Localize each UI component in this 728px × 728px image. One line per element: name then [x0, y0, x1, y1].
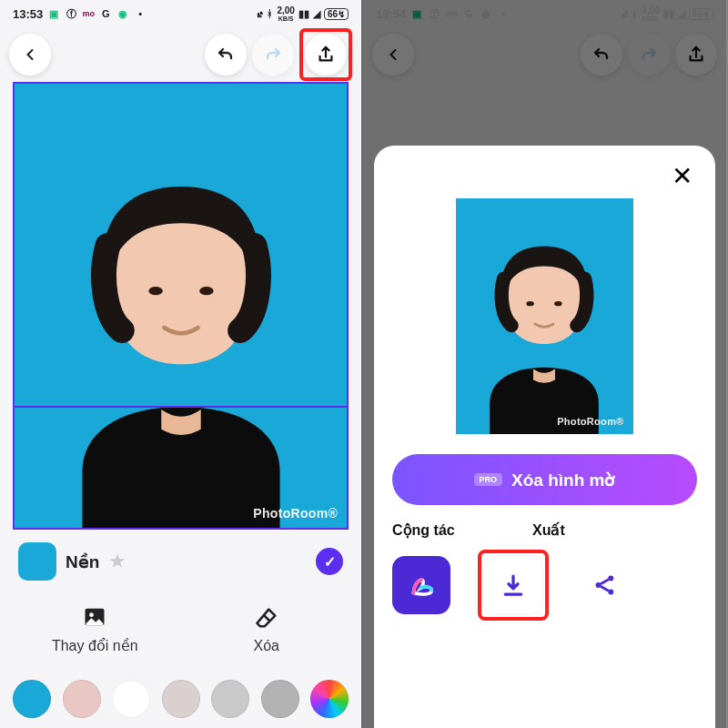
palette-color-1[interactable] — [13, 680, 51, 718]
palette-color-6[interactable] — [261, 680, 299, 718]
photoroom-logo-icon — [406, 570, 437, 601]
editor-toolbar — [0, 27, 361, 82]
image-icon — [82, 604, 107, 630]
export-modal: ✕ PhotoRoom® PRO Xóa hình mờ — [374, 146, 715, 728]
bg-color-swatch[interactable] — [18, 542, 56, 581]
section-collab: Cộng tác — [392, 521, 514, 539]
msg-icon: ◉ — [116, 7, 129, 20]
share-up-icon — [316, 45, 336, 65]
change-bg-label: Thay đổi nền — [52, 637, 138, 654]
remove-watermark-button[interactable]: PRO Xóa hình mờ — [392, 454, 697, 505]
share-button[interactable] — [305, 34, 347, 76]
highlight-share — [299, 28, 352, 81]
svg-point-4 — [527, 301, 535, 306]
photo-preview: PhotoRoom® — [13, 82, 349, 530]
battery-icon: 66↯ — [324, 8, 349, 20]
download-button[interactable] — [484, 556, 542, 614]
eraser-icon — [254, 605, 279, 631]
pro-badge: PRO — [474, 473, 503, 486]
g-icon: G — [99, 7, 112, 20]
highlight-download — [478, 550, 549, 621]
cta-label: Xóa hình mờ — [511, 470, 615, 490]
close-button[interactable]: ✕ — [666, 160, 697, 191]
erase-button[interactable]: Xóa — [181, 588, 353, 671]
palette-color-5[interactable] — [211, 680, 249, 718]
section-export: Xuất — [532, 521, 697, 539]
status-bar: 13:53 ▣ ⓕ mo G ◉ • ⸙ ᚼ 2,00 KB/S ▮▮ ◢ 66… — [0, 0, 361, 27]
net-unit: KB/S — [278, 15, 294, 22]
back-button[interactable] — [9, 34, 51, 76]
canvas[interactable]: PhotoRoom® — [13, 82, 349, 530]
crop-guide-line — [15, 406, 347, 408]
color-palette — [0, 671, 361, 718]
download-icon — [500, 571, 527, 599]
more-icon: • — [134, 7, 147, 20]
left-pane: 13:53 ▣ ⓕ mo G ◉ • ⸙ ᚼ 2,00 KB/S ▮▮ ◢ 66… — [0, 0, 363, 728]
svg-point-5 — [555, 301, 563, 306]
modal-photo-wrap: PhotoRoom® — [456, 198, 632, 434]
favorite-star-icon[interactable]: ★ — [108, 550, 126, 573]
clock: 13:53 — [13, 7, 43, 21]
redo-button[interactable] — [252, 34, 294, 76]
section-headers: Cộng tác Xuất — [392, 521, 697, 539]
signal-bars-icon: ◢ — [313, 8, 320, 20]
net-speed: 2,00 — [277, 6, 294, 15]
right-pane: 13:54 ▣ ⓕ mo G ◉ • ⸙ ᚼ 7,00KB/S ▮▮ ◢ 66↯ — [363, 0, 726, 728]
arrow-left-icon — [21, 46, 39, 64]
erase-label: Xóa — [254, 638, 279, 654]
svg-point-0 — [148, 287, 163, 295]
redo-icon — [262, 44, 284, 66]
momo-icon: mo — [82, 7, 95, 20]
palette-color-3[interactable] — [112, 680, 150, 718]
person-silhouette — [39, 161, 321, 528]
share-more-button[interactable] — [576, 556, 634, 614]
app-dot-icon: ▣ — [47, 7, 60, 20]
palette-color-4[interactable] — [162, 680, 200, 718]
bg-label: Nền — [66, 551, 99, 572]
person-silhouette — [467, 232, 622, 434]
export-row — [392, 550, 697, 621]
fb-icon: ⓕ — [65, 7, 77, 20]
change-background-button[interactable]: Thay đổi nền — [9, 588, 181, 671]
background-row: Nền ★ ✓ — [0, 530, 361, 588]
undo-icon — [215, 44, 237, 66]
photoroom-app-button[interactable] — [392, 556, 450, 614]
share-nodes-icon — [592, 571, 619, 599]
bottom-actions: Thay đổi nền Xóa — [0, 588, 361, 671]
watermark: PhotoRoom® — [253, 506, 338, 521]
svg-point-3 — [89, 612, 94, 617]
palette-color-rainbow[interactable] — [310, 680, 349, 718]
palette-color-2[interactable] — [63, 680, 101, 718]
modal-photo: PhotoRoom® — [456, 198, 632, 434]
vibrate-icon: ⸙ — [258, 8, 263, 19]
undo-button[interactable] — [205, 34, 247, 76]
svg-point-1 — [199, 287, 214, 295]
watermark-modal: PhotoRoom® — [557, 416, 623, 427]
signal-icon: ▮▮ — [298, 8, 309, 20]
confirm-check-button[interactable]: ✓ — [316, 548, 343, 575]
bluetooth-icon: ᚼ — [267, 8, 273, 19]
